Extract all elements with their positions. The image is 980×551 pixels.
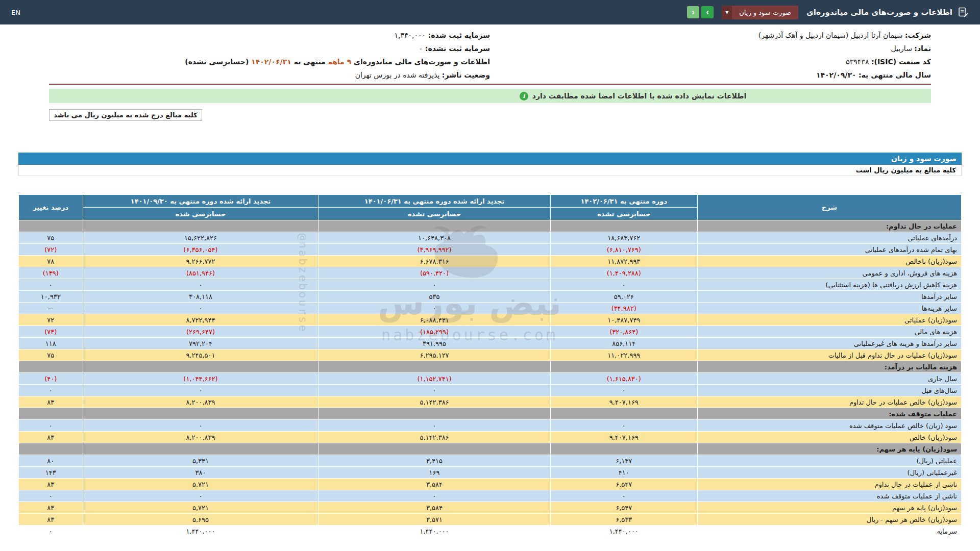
row-value: [19, 361, 83, 373]
row-value: ۵,۱۴۲,۳۸۶: [318, 396, 550, 408]
row-value: ۸,۷۲۲,۹۴۴: [83, 314, 318, 326]
row-value: ۶,۵۳۳: [550, 514, 697, 525]
unregistered-capital-value: ۰: [419, 44, 423, 53]
table-row: سود(زیان) خالص عملیات در حال تداوم۹,۴۰۷,…: [19, 396, 962, 408]
info-company: شرکت: سیمان آرتا اردبیل (سیمان اردبیل و …: [490, 29, 931, 42]
row-value: ۹,۴۰۷,۱۶۹: [550, 396, 697, 408]
row-value: ۷۵: [19, 232, 83, 244]
row-value: ۰: [83, 279, 318, 291]
row-label: هزینه های فروش، اداری و عمومی: [697, 267, 961, 279]
row-value: ۱۸,۶۸۳,۷۶۲: [550, 232, 697, 244]
info-symbol: نماد: ساربیل: [490, 42, 931, 55]
symbol-label: نماد:: [914, 44, 931, 53]
company-value: سیمان آرتا اردبیل (سیمان اردبیل و آهک آذ…: [758, 31, 903, 39]
table-row: بهای تمام شده درآمدهای عملیاتی(۶,۸۱۰,۷۶۹…: [19, 244, 962, 256]
row-value: (۱,۶۱۵,۸۳۰): [550, 373, 697, 385]
row-value: [550, 361, 697, 373]
header-description: شرح: [697, 195, 961, 220]
row-label: سود(زیان) عملیاتی: [697, 314, 961, 326]
nav-back-button[interactable]: ‹: [687, 6, 699, 18]
row-value: ۶,۲۹۵,۱۲۷: [318, 349, 550, 361]
section-row: هزینه مالیات بر درآمد:: [19, 361, 962, 373]
row-label: سایر هزینه‌ها: [697, 303, 961, 314]
table-row: سود(زیان) عملیاتی۱۰,۴۸۷,۷۴۹۶,۰۸۸,۴۳۱۸,۷۲…: [19, 314, 962, 326]
row-value: (۴۰): [19, 373, 83, 385]
row-value: ۶,۵۴۷: [550, 479, 697, 490]
row-label: سود(زیان) خالص: [697, 432, 961, 443]
table-row: سود(زیان) ناخالص۱۱,۸۷۲,۹۹۳۶,۶۷۸,۳۱۶۹,۲۶۶…: [19, 256, 962, 267]
section-row: عملیات متوقف شده:: [19, 408, 962, 420]
row-value: ۰: [318, 303, 550, 314]
issuer-status-value: پذیرفته شده در بورس تهران: [355, 71, 440, 79]
row-value: ۹,۲۴۵,۵۰۱: [83, 349, 318, 361]
language-toggle[interactable]: EN: [11, 9, 20, 16]
row-value: ۰: [550, 490, 697, 502]
table-row: سود(زیان) عملیات در حال تداوم قبل از مال…: [19, 349, 962, 361]
table-row: ناشی از عملیات در حال تداوم۶,۵۴۷۳,۵۸۴۵,۷…: [19, 479, 962, 490]
statement-unit-note: کلیه مبالغ به میلیون ریال است: [18, 165, 962, 176]
row-value: ۳۹۱,۹۹۵: [318, 338, 550, 349]
row-value: ۵۹,۰۲۶: [550, 291, 697, 303]
row-value: --: [19, 303, 83, 314]
report-document-icon: [958, 7, 969, 18]
row-label: سود(زیان) عملیات در حال تداوم قبل از مال…: [697, 349, 961, 361]
table-row: سود (زیان) خالص عملیات متوقف شده۰۰۰۰: [19, 420, 962, 432]
page-title: اطلاعات و صورت‌های مالی میاندوره‌ای: [806, 8, 952, 17]
table-row: سال جاری(۱,۶۱۵,۸۳۰)(۱,۱۵۲,۷۴۱)(۱,۰۴۴,۶۶۲…: [19, 373, 962, 385]
income-statement-section: صورت سود و زیان کلیه مبالغ به میلیون ریا…: [18, 153, 962, 537]
row-value: (۱,۴۰۹,۲۸۸): [550, 267, 697, 279]
row-value: ۸۵۶,۱۱۴: [550, 338, 697, 349]
row-value: ۵,۷۲۱: [83, 502, 318, 514]
row-label: سال‌های قبل: [697, 385, 961, 396]
header-period-restated-yearend: تجدید ارائه شده دوره منتهی به ۱۴۰۱/۰۹/۳۰: [83, 195, 318, 208]
row-value: ۱,۴۴۰,۰۰۰: [318, 525, 550, 537]
row-label: عملیات متوقف شده:: [697, 408, 961, 420]
top-navigation-bar: اطلاعات و صورت‌های مالی میاندوره‌ای صورت…: [0, 0, 980, 24]
row-label: سرمایه: [697, 525, 961, 537]
signature-match-text: اطلاعات نمایش داده شده با اطلاعات امضا ش…: [532, 92, 746, 100]
info-report-period: اطلاعات و صورت‌های مالی میاندوره‌ای ۹ ما…: [49, 55, 490, 68]
row-value: [550, 220, 697, 232]
row-value: ۰: [19, 385, 83, 396]
row-label: سایر درآمدها: [697, 291, 961, 303]
income-statement-table: شرح دوره منتهی به ۱۴۰۲/۰۶/۳۱ تجدید ارائه…: [18, 194, 962, 537]
table-row: هزینه های مالی(۳۲۰,۸۶۴)(۱۸۵,۲۹۹)(۲۶۹,۶۴۷…: [19, 326, 962, 338]
row-label: سود(زیان) پایه هر سهم:: [697, 443, 961, 455]
table-row: سرمایه۱,۴۴۰,۰۰۰۱,۴۴۰,۰۰۰۱,۴۴۰,۰۰۰۰: [19, 525, 962, 537]
info-issuer-status: وضعیت ناشر: پذیرفته شده در بورس تهران: [49, 68, 490, 82]
issuer-status-label: وضعیت ناشر:: [442, 71, 490, 79]
row-label: درآمدهای عملیاتی: [697, 232, 961, 244]
table-row: هزینه کاهش ارزش دریافتنی ها (هزینه استثن…: [19, 279, 962, 291]
financial-statement-page: { "colors": { "topbar": "#2d3e50", "drop…: [0, 0, 980, 551]
row-value: ۸۳: [19, 502, 83, 514]
statement-type-dropdown[interactable]: صورت سود و زیان ▼: [722, 6, 798, 19]
row-value: ۵,۱۴۲,۳۸۶: [318, 432, 550, 443]
table-row: عملیاتی (ریال)۶,۱۳۷۳,۴۱۵۵,۳۴۱۸۰: [19, 455, 962, 467]
chevron-left-icon: ‹: [692, 7, 695, 18]
row-value: ۷۲: [19, 314, 83, 326]
row-value: ۸۳: [19, 432, 83, 443]
unregistered-capital-label: سرمایه ثبت نشده:: [425, 44, 490, 53]
row-value: ۵,۷۲۱: [83, 479, 318, 490]
row-label: سود(زیان) خالص هر سهم - ریال: [697, 514, 961, 525]
row-value: (۱۸۵,۲۹۹): [318, 326, 550, 338]
header-audit-status-3: حسابرسی شده: [83, 208, 318, 220]
row-value: ۰: [83, 490, 318, 502]
statement-type-dropdown-value: صورت سود و زیان: [732, 9, 798, 16]
row-value: (۸۵۱,۹۴۶): [83, 267, 318, 279]
row-value: (۳۴,۹۸۲): [550, 303, 697, 314]
isic-label: کد صنعت (ISIC):: [871, 58, 931, 66]
row-value: ۳,۵۷۱: [318, 514, 550, 525]
row-value: (۶,۸۱۰,۷۶۹): [550, 244, 697, 256]
table-row: سود(زیان) پایه هر سهم۶,۵۴۷۳,۵۸۴۵,۷۲۱۸۳: [19, 502, 962, 514]
row-value: [318, 443, 550, 455]
row-value: ۶,۰۸۸,۴۳۱: [318, 314, 550, 326]
row-value: ۰: [19, 490, 83, 502]
table-row: سود(زیان) خالص۹,۴۰۷,۱۶۹۵,۱۴۲,۳۸۶۸,۲۰۰,۸۳…: [19, 432, 962, 443]
header-period-current: دوره منتهی به ۱۴۰۲/۰۶/۳۱: [550, 195, 697, 208]
nav-forward-button[interactable]: ›: [701, 6, 714, 18]
row-label: سود(زیان) خالص عملیات در حال تداوم: [697, 396, 961, 408]
row-label: هزینه مالیات بر درآمد:: [697, 361, 961, 373]
table-row: سایر هزینه‌ها(۳۴,۹۸۲)۰۰--: [19, 303, 962, 314]
row-value: [318, 408, 550, 420]
